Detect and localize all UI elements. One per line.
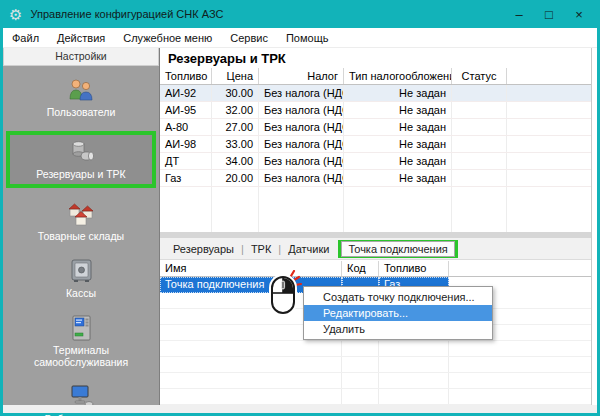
maximize-button[interactable]: □ <box>534 7 564 22</box>
window-title: Управление конфигурацией СНК АЗС <box>30 8 223 20</box>
cell-price: 20.00 <box>212 170 259 186</box>
cell-tax: Без налога (НДС) <box>259 170 344 186</box>
cell-tax-type: Не задан <box>344 85 452 101</box>
safe-icon <box>66 258 96 284</box>
panel-right-border <box>591 48 592 405</box>
cell-status <box>452 85 507 101</box>
menu-item-delete[interactable]: Удалить <box>304 321 492 337</box>
menu-file[interactable]: Файл <box>3 30 48 46</box>
col-header-tax[interactable]: Налог <box>259 68 344 84</box>
cell-price: 32.00 <box>212 102 259 118</box>
cell-tax: Без налога (НДС) <box>259 102 344 118</box>
right-click-mouse-icon <box>265 270 303 318</box>
cell-status <box>452 102 507 118</box>
menu-service-menu[interactable]: Служебное меню <box>114 30 221 46</box>
app-gear-icon: ⚙ <box>9 7 22 22</box>
table-row[interactable]: АИ-98 33.00 Без налога (НДС) Не задан <box>160 136 591 153</box>
sidebar-item-users[interactable]: Пользователи <box>6 72 156 123</box>
tab-sensors[interactable]: Датчики <box>281 242 336 256</box>
terminal-icon <box>66 315 96 341</box>
cell-price: 30.00 <box>212 85 259 101</box>
tab-trk[interactable]: ТРК <box>244 242 278 256</box>
sidebar-item-label: Товарные склады <box>38 230 124 242</box>
cell-status <box>452 153 507 169</box>
menu-item-edit[interactable]: Редактировать... <box>304 305 492 321</box>
tab-reservoirs[interactable]: Резервуары <box>166 242 241 256</box>
cell-fuel: ДТ <box>160 153 212 169</box>
cell-tax-type: Не задан <box>344 153 452 169</box>
col-header-fuel[interactable]: Топливо <box>379 261 449 276</box>
fuel-table-header: Топливо Цена Налог Тип налогообложения С… <box>160 68 591 85</box>
fuel-table: Топливо Цена Налог Тип налогообложения С… <box>160 68 591 232</box>
cell-status <box>452 136 507 152</box>
table-row[interactable]: А-80 27.00 Без налога (НДС) Не задан <box>160 119 591 136</box>
sidebar-item-label: Резервуары и ТРК <box>36 168 125 180</box>
cell-tax: Без налога (НДС) <box>259 119 344 135</box>
cell-tax-type: Не задан <box>344 102 452 118</box>
col-header-fuel[interactable]: Топливо <box>160 68 212 84</box>
fuel-table-empty-area <box>160 187 591 232</box>
content-area: Настройки Пользователи <box>3 48 597 405</box>
connection-table-header: Имя Код Топливо <box>160 261 591 277</box>
cell-fuel: А-80 <box>160 119 212 135</box>
menu-actions[interactable]: Действия <box>48 30 114 46</box>
minimize-button[interactable]: – <box>504 7 534 22</box>
cell-price: 34.00 <box>212 153 259 169</box>
table-row[interactable]: АИ-92 30.00 Без налога (НДС) Не задан <box>160 85 591 102</box>
cell-price: 33.00 <box>212 136 259 152</box>
detail-tabs: Резервуары | ТРК | Датчики Точка подключ… <box>160 238 591 260</box>
menu-help[interactable]: Помощь <box>277 30 338 46</box>
cell-tax: Без налога (НДС) <box>259 153 344 169</box>
sidebar: Настройки Пользователи <box>3 48 160 405</box>
cell-fuel: АИ-92 <box>160 85 212 101</box>
cell-tax-type: Не задан <box>344 170 452 186</box>
cell-fuel: АИ-98 <box>160 136 212 152</box>
cell-status <box>452 170 507 186</box>
tab-connection-point[interactable]: Точка подключения <box>341 241 454 257</box>
sidebar-item-tanks[interactable]: Резервуары и ТРК <box>6 131 156 188</box>
annotation-box-tab: Точка подключения <box>338 240 457 258</box>
sidebar-item-self-service-terminals[interactable]: Терминалы самообслуживания <box>6 310 156 373</box>
sidebar-item-label: Терминалы самообслуживания <box>8 344 154 368</box>
cell-fuel: Газ <box>160 170 212 186</box>
cell-status <box>452 119 507 135</box>
title-bar: ⚙ Управление конфигурацией СНК АЗС – □ × <box>0 0 600 28</box>
cell-tax-type: Не задан <box>344 119 452 135</box>
cell-fuel: АИ-95 <box>160 102 212 118</box>
sidebar-header: Настройки <box>3 48 159 66</box>
table-row[interactable]: ДТ 34.00 Без налога (НДС) Не задан <box>160 153 591 170</box>
sidebar-item-warehouses[interactable]: Товарные склады <box>6 196 156 247</box>
cell-price: 27.00 <box>212 119 259 135</box>
sidebar-item-label: Пользователи <box>47 106 116 118</box>
main-panel: Резервуары и ТРК Топливо Цена Налог Тип … <box>160 48 597 405</box>
close-button[interactable]: × <box>564 7 594 22</box>
table-row[interactable]: Газ 20.00 Без налога (НДС) Не задан <box>160 170 591 187</box>
col-header-name[interactable]: Имя <box>160 261 342 276</box>
table-row[interactable]: АИ-95 32.00 Без налога (НДС) Не задан <box>160 102 591 119</box>
context-menu: Создать точку подключения... Редактирова… <box>303 286 493 340</box>
cell-tax: Без налога (НДС) <box>259 85 344 101</box>
warehouse-icon <box>66 201 96 227</box>
col-header-code[interactable]: Код <box>342 261 379 276</box>
menu-service[interactable]: Сервис <box>221 30 277 46</box>
cell-tax-type: Не задан <box>344 136 452 152</box>
cell-tax: Без налога (НДС) <box>259 136 344 152</box>
tanks-icon <box>66 139 96 165</box>
app-window: ⚙ Управление конфигурацией СНК АЗС – □ ×… <box>0 0 600 416</box>
sidebar-item-label: Кассы <box>66 287 96 299</box>
menu-bar: Файл Действия Служебное меню Сервис Помо… <box>3 28 597 48</box>
col-header-status[interactable]: Статус <box>452 68 507 84</box>
col-header-price[interactable]: Цена <box>212 68 259 84</box>
users-icon <box>66 77 96 103</box>
sidebar-item-cash-registers[interactable]: Кассы <box>6 253 156 304</box>
window-bottom-strip <box>3 405 597 413</box>
page-title: Резервуары и ТРК <box>160 48 597 68</box>
menu-item-create-connection-point[interactable]: Создать точку подключения... <box>304 289 492 305</box>
col-header-tax-type[interactable]: Тип налогообложения <box>344 68 452 84</box>
